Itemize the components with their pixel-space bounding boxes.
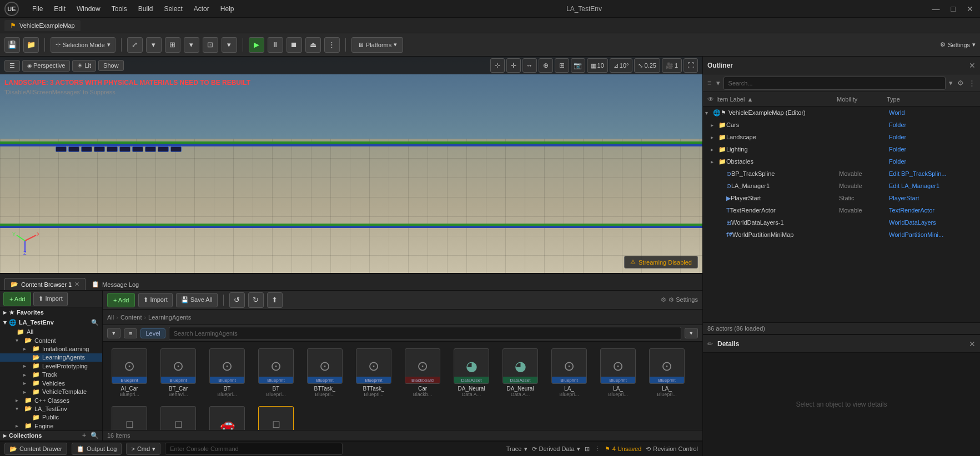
sidebar-all-item[interactable]: 📁 All [0, 327, 102, 336]
scale-icon-btn[interactable]: ↔ [522, 58, 537, 73]
play-button[interactable]: ▶ [249, 37, 264, 53]
search-dropdown-button[interactable]: ▾ [685, 328, 698, 338]
content-add-button[interactable]: + Add [107, 293, 135, 307]
camera-speed-btn[interactable]: 📷 [571, 58, 585, 73]
camera-btn[interactable]: 🎥 1 [662, 58, 682, 73]
angle-btn[interactable]: ⊿ 10° [610, 58, 633, 73]
list-item[interactable]: ⊙ Blackboard Car Blackb... [400, 346, 445, 399]
network-item[interactable]: ⊞ [585, 445, 590, 453]
show-button[interactable]: Show [98, 60, 124, 71]
tree-item-world-data[interactable]: ⊞ WorldDataLayers-1 WorldDataLayers [703, 216, 980, 229]
collections-section[interactable]: ▸ Collections + 🔍 [0, 430, 102, 441]
sidebar-cpp-classes-item[interactable]: ▸ 📁 C++ Classes [0, 396, 102, 404]
content-browser-toolbar-button[interactable]: 📁 [23, 37, 39, 53]
list-item[interactable]: ⊙ Blueprint BT Bluepri... [254, 346, 298, 399]
outliner-close-button[interactable]: ✕ [969, 61, 976, 70]
path-learning-agents[interactable]: LearningAgents [148, 314, 191, 321]
list-item[interactable]: ◕ DataAsset DA_Neural Data A... [498, 346, 542, 399]
list-item[interactable]: 🚗 Blueprint Learning Bluepri... [205, 404, 249, 430]
sidebar-level-prototyping-item[interactable]: ▸ 📁 LevelPrototyping [0, 362, 102, 370]
history-forward-button[interactable]: ↻ [248, 292, 264, 308]
tree-item-world-partition[interactable]: 🗺 WorldPartitionMiniMap WorldPartitionMi… [703, 229, 980, 241]
grid-size-btn[interactable]: ▦ 10 [587, 58, 608, 73]
tree-item-la-manager[interactable]: ⊙ LA_Manager1 Movable Edit LA_Manager1 [703, 180, 980, 192]
path-all[interactable]: All [107, 314, 114, 321]
list-item[interactable]: ⊙ Blueprint LA_ Bluepri... [645, 346, 689, 399]
eye-visibility-icon[interactable]: 👁 [707, 95, 714, 103]
sidebar-vehicles-item[interactable]: ▸ 📁 Vehicles [0, 379, 102, 387]
outliner-more-button[interactable]: ⋮ [967, 78, 977, 88]
list-item[interactable]: ⊙ Blueprint LA_ Bluepri... [547, 346, 591, 399]
settings-button[interactable]: ⚙ Settings ▾ [940, 41, 976, 48]
favorites-section[interactable]: ▸ ★ Favorites [0, 307, 102, 317]
maximize-button[interactable]: □ [949, 4, 958, 13]
settings-status-item[interactable]: ⋮ [594, 445, 600, 453]
tree-item-player-start[interactable]: ▶ PlayerStart Static PlayerStart [703, 192, 980, 204]
list-item[interactable]: ◕ DataAsset DA_Neural Data A... [449, 346, 494, 399]
content-browser-tab[interactable]: 📂 Content Browser 1 ✕ [4, 278, 86, 290]
menu-file[interactable]: File [28, 4, 47, 14]
path-content[interactable]: Content [120, 314, 142, 321]
search-sidebar-icon[interactable]: 🔍 [91, 319, 99, 326]
play-options-button[interactable]: ⋮ [324, 37, 340, 53]
list-item[interactable]: ⊙ Blueprint BT Bluepri... [205, 346, 249, 399]
snap-button[interactable]: ⊡ [203, 37, 218, 53]
tree-item-lighting[interactable]: ▸ 📁 Lighting Folder [703, 143, 980, 155]
platforms-button[interactable]: 🖥 Platforms ▾ [351, 37, 403, 53]
outliner-filter-button[interactable]: ≡ [706, 78, 713, 88]
menu-build[interactable]: Build [134, 4, 158, 14]
sidebar-learning-agents-item[interactable]: 📂 LearningAgents [0, 353, 102, 362]
tree-item-obstacles[interactable]: ▸ 📁 Obstacles Folder [703, 155, 980, 168]
cmd-button[interactable]: > Cmd ▾ [126, 443, 160, 455]
list-item[interactable]: ⊙ Blueprint BT_Car Behavi... [156, 346, 200, 399]
translate-icon-btn[interactable]: ⊹ [490, 58, 505, 73]
menu-select[interactable]: Select [159, 4, 187, 14]
streaming-disabled-badge[interactable]: ⚠ Streaming Disabled [624, 256, 698, 268]
collections-add-icon[interactable]: + [82, 432, 86, 439]
list-item[interactable]: ◻ ? Blueprint New Bluepri... [254, 404, 298, 430]
console-input[interactable] [165, 443, 343, 455]
content-drawer-button[interactable]: 📂 Content Drawer [4, 443, 67, 455]
outliner-search-dropdown[interactable]: ▾ [948, 78, 954, 88]
menu-window[interactable]: Window [72, 4, 105, 14]
sidebar-la-testenv2-item[interactable]: ▾ 📂 LA_TestEnv [0, 404, 102, 413]
pause-button[interactable]: ⏸ [268, 37, 283, 53]
search-input[interactable] [169, 327, 681, 340]
map-tab[interactable]: ⚑ VehicleExampleMap [4, 20, 81, 31]
bp-type[interactable]: Edit BP_TrackSplin... [889, 170, 978, 177]
sidebar-content-item[interactable]: ▾ 📂 Content [0, 336, 102, 344]
menu-actor[interactable]: Actor [189, 4, 214, 14]
derived-data-item[interactable]: ⟳ Derived Data ▾ [532, 445, 580, 453]
tree-item-bp-trackspline[interactable]: ⊙ BP_TrackSpline Movable Edit BP_TrackSp… [703, 168, 980, 180]
filter-dropdown-button[interactable]: ▾ [107, 328, 120, 338]
transform-dropdown-button[interactable]: ▾ [146, 37, 162, 53]
ue-logo[interactable]: UE [4, 2, 19, 16]
list-item[interactable]: ⊙ Blueprint BTTask_ Bluepri... [303, 346, 347, 399]
content-save-all-button[interactable]: 💾 Save All [176, 293, 218, 307]
outliner-search-input[interactable] [723, 77, 946, 90]
details-close-button[interactable]: ✕ [969, 340, 976, 348]
outliner-expand-button[interactable]: ▾ [715, 78, 721, 88]
content-settings-button[interactable]: ⚙ ⚙ Settings [661, 296, 698, 303]
unsaved-item[interactable]: ⚑ 4 Unsaved [605, 445, 642, 453]
col-type-header[interactable]: Type [887, 96, 976, 103]
import-button[interactable]: ⬆ Import [33, 292, 67, 306]
add-button[interactable]: + Add [3, 292, 31, 306]
pivot-dropdown-button[interactable]: ▾ [184, 37, 199, 53]
collections-search-icon[interactable]: 🔍 [91, 432, 99, 439]
history-back-button[interactable]: ↺ [229, 292, 245, 308]
list-item[interactable]: ⊙ Blueprint AI_Car Bluepri... [107, 346, 152, 399]
list-item[interactable]: ⊙ Blueprint BTTask_ Bluepri... [351, 346, 396, 399]
surface-snap-btn[interactable]: ⊞ [555, 58, 569, 73]
transform-button[interactable]: ⤢ [127, 37, 143, 53]
close-button[interactable]: ✕ [964, 4, 976, 13]
outliner-options-button[interactable]: ⚙ [956, 78, 965, 88]
parent-folder-button[interactable]: ⬆ [267, 292, 283, 308]
scale-btn[interactable]: ⤡ 0.25 [634, 58, 660, 73]
list-item[interactable]: ◻ Blueprint LA_Policy Bluepri... [107, 404, 152, 430]
maximize-viewport-btn[interactable]: ⛶ [684, 58, 698, 73]
pivot-button[interactable]: ⊞ [165, 37, 180, 53]
la-testenv-section[interactable]: ▾ 🌐 LA_TestEnv 🔍 [0, 317, 102, 327]
sidebar-track-item[interactable]: ▸ 📁 Track [0, 371, 102, 379]
col-label-header[interactable]: 👁 Item Label ▲ [707, 95, 837, 103]
